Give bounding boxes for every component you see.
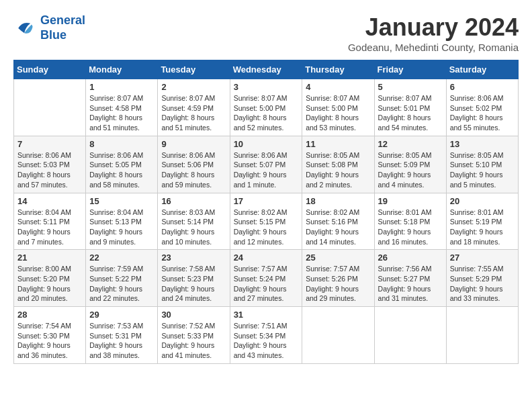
calendar-cell: 19Sunrise: 8:01 AMSunset: 5:18 PMDayligh… — [374, 193, 446, 250]
day-info: Sunrise: 8:05 AMSunset: 5:10 PMDaylight:… — [450, 150, 515, 190]
day-number: 7 — [17, 139, 82, 149]
day-info: Sunrise: 8:06 AMSunset: 5:06 PMDaylight:… — [161, 150, 226, 190]
day-info: Sunrise: 7:57 AMSunset: 5:26 PMDaylight:… — [306, 264, 370, 304]
day-number: 9 — [161, 139, 226, 149]
day-info: Sunrise: 7:55 AMSunset: 5:29 PMDaylight:… — [450, 264, 515, 304]
calendar-cell: 22Sunrise: 7:59 AMSunset: 5:22 PMDayligh… — [86, 250, 158, 307]
calendar-cell: 24Sunrise: 7:57 AMSunset: 5:24 PMDayligh… — [230, 250, 302, 307]
calendar-cell: 30Sunrise: 7:52 AMSunset: 5:33 PMDayligh… — [158, 307, 230, 364]
day-info: Sunrise: 8:01 AMSunset: 5:18 PMDaylight:… — [378, 208, 443, 247]
calendar-week-row: 14Sunrise: 8:04 AMSunset: 5:11 PMDayligh… — [14, 193, 519, 250]
calendar-cell: 16Sunrise: 8:03 AMSunset: 5:14 PMDayligh… — [158, 193, 230, 250]
calendar-week-row: 21Sunrise: 8:00 AMSunset: 5:20 PMDayligh… — [14, 250, 519, 307]
day-info: Sunrise: 8:05 AMSunset: 5:08 PMDaylight:… — [306, 150, 370, 190]
calendar-cell: 20Sunrise: 8:01 AMSunset: 5:19 PMDayligh… — [446, 193, 518, 250]
day-number: 19 — [378, 196, 443, 206]
day-info: Sunrise: 8:00 AMSunset: 5:20 PMDaylight:… — [17, 264, 82, 304]
calendar-cell — [446, 307, 518, 364]
day-info: Sunrise: 7:59 AMSunset: 5:22 PMDaylight:… — [89, 264, 154, 304]
calendar-cell: 10Sunrise: 8:06 AMSunset: 5:07 PMDayligh… — [230, 136, 302, 193]
day-info: Sunrise: 7:57 AMSunset: 5:24 PMDaylight:… — [234, 264, 299, 304]
page-header: General Blue January 2024 Godeanu, Mehed… — [13, 13, 519, 53]
day-info: Sunrise: 8:06 AMSunset: 5:05 PMDaylight:… — [89, 150, 154, 190]
day-info: Sunrise: 7:52 AMSunset: 5:33 PMDaylight:… — [161, 321, 226, 361]
day-number: 18 — [306, 196, 370, 206]
calendar-cell: 29Sunrise: 7:53 AMSunset: 5:31 PMDayligh… — [86, 307, 158, 364]
calendar-table: SundayMondayTuesdayWednesdayThursdayFrid… — [13, 60, 519, 364]
calendar-header-row: SundayMondayTuesdayWednesdayThursdayFrid… — [14, 60, 519, 79]
day-number: 29 — [89, 310, 154, 320]
calendar-cell: 1Sunrise: 8:07 AMSunset: 4:58 PMDaylight… — [86, 79, 158, 136]
day-info: Sunrise: 8:06 AMSunset: 5:07 PMDaylight:… — [234, 150, 299, 190]
day-info: Sunrise: 7:54 AMSunset: 5:30 PMDaylight:… — [17, 321, 82, 361]
logo-text: General Blue — [40, 13, 85, 42]
calendar-cell: 8Sunrise: 8:06 AMSunset: 5:05 PMDaylight… — [86, 136, 158, 193]
day-info: Sunrise: 8:07 AMSunset: 4:59 PMDaylight:… — [161, 93, 226, 133]
calendar-cell: 4Sunrise: 8:07 AMSunset: 5:00 PMDaylight… — [302, 79, 374, 136]
calendar-cell: 6Sunrise: 8:06 AMSunset: 5:02 PMDaylight… — [446, 79, 518, 136]
month-title: January 2024 — [348, 13, 519, 42]
day-number: 10 — [234, 139, 299, 149]
calendar-cell: 23Sunrise: 7:58 AMSunset: 5:23 PMDayligh… — [158, 250, 230, 307]
day-number: 26 — [378, 253, 443, 263]
calendar-week-row: 1Sunrise: 8:07 AMSunset: 4:58 PMDaylight… — [14, 79, 519, 136]
calendar-cell — [14, 79, 86, 136]
day-number: 1 — [89, 82, 154, 92]
day-number: 17 — [234, 196, 299, 206]
weekday-header: Tuesday — [158, 60, 230, 79]
weekday-header: Saturday — [446, 60, 518, 79]
day-info: Sunrise: 8:06 AMSunset: 5:02 PMDaylight:… — [450, 93, 515, 133]
calendar-week-row: 7Sunrise: 8:06 AMSunset: 5:03 PMDaylight… — [14, 136, 519, 193]
day-number: 13 — [450, 139, 515, 149]
day-number: 3 — [234, 82, 299, 92]
calendar-cell: 14Sunrise: 8:04 AMSunset: 5:11 PMDayligh… — [14, 193, 86, 250]
calendar-cell: 31Sunrise: 7:51 AMSunset: 5:34 PMDayligh… — [230, 307, 302, 364]
weekday-header: Sunday — [14, 60, 86, 79]
day-info: Sunrise: 8:01 AMSunset: 5:19 PMDaylight:… — [450, 208, 515, 247]
calendar-cell — [302, 307, 374, 364]
logo-icon — [13, 16, 38, 40]
day-info: Sunrise: 7:53 AMSunset: 5:31 PMDaylight:… — [89, 321, 154, 361]
day-info: Sunrise: 8:07 AMSunset: 5:00 PMDaylight:… — [234, 93, 299, 133]
weekday-header: Monday — [86, 60, 158, 79]
day-number: 16 — [161, 196, 226, 206]
day-number: 31 — [234, 310, 299, 320]
day-number: 25 — [306, 253, 370, 263]
title-block: January 2024 Godeanu, Mehedinti County, … — [348, 13, 519, 53]
day-info: Sunrise: 7:56 AMSunset: 5:27 PMDaylight:… — [378, 264, 443, 304]
calendar-cell — [374, 307, 446, 364]
calendar-cell: 17Sunrise: 8:02 AMSunset: 5:15 PMDayligh… — [230, 193, 302, 250]
calendar-cell: 28Sunrise: 7:54 AMSunset: 5:30 PMDayligh… — [14, 307, 86, 364]
calendar-cell: 5Sunrise: 8:07 AMSunset: 5:01 PMDaylight… — [374, 79, 446, 136]
calendar-cell: 25Sunrise: 7:57 AMSunset: 5:26 PMDayligh… — [302, 250, 374, 307]
logo: General Blue — [13, 13, 85, 42]
day-number: 22 — [89, 253, 154, 263]
day-number: 2 — [161, 82, 226, 92]
day-number: 24 — [234, 253, 299, 263]
day-info: Sunrise: 7:58 AMSunset: 5:23 PMDaylight:… — [161, 264, 226, 304]
day-number: 27 — [450, 253, 515, 263]
calendar-week-row: 28Sunrise: 7:54 AMSunset: 5:30 PMDayligh… — [14, 307, 519, 364]
day-number: 8 — [89, 139, 154, 149]
calendar-cell: 11Sunrise: 8:05 AMSunset: 5:08 PMDayligh… — [302, 136, 374, 193]
location: Godeanu, Mehedinti County, Romania — [348, 42, 519, 53]
weekday-header: Wednesday — [230, 60, 302, 79]
day-number: 4 — [306, 82, 370, 92]
weekday-header: Friday — [374, 60, 446, 79]
day-number: 12 — [378, 139, 443, 149]
calendar-cell: 12Sunrise: 8:05 AMSunset: 5:09 PMDayligh… — [374, 136, 446, 193]
calendar-cell: 3Sunrise: 8:07 AMSunset: 5:00 PMDaylight… — [230, 79, 302, 136]
day-info: Sunrise: 8:05 AMSunset: 5:09 PMDaylight:… — [378, 150, 443, 190]
day-info: Sunrise: 7:51 AMSunset: 5:34 PMDaylight:… — [234, 321, 299, 361]
calendar-cell: 26Sunrise: 7:56 AMSunset: 5:27 PMDayligh… — [374, 250, 446, 307]
day-number: 5 — [378, 82, 443, 92]
calendar-cell: 27Sunrise: 7:55 AMSunset: 5:29 PMDayligh… — [446, 250, 518, 307]
calendar-cell: 9Sunrise: 8:06 AMSunset: 5:06 PMDaylight… — [158, 136, 230, 193]
day-number: 6 — [450, 82, 515, 92]
day-info: Sunrise: 8:02 AMSunset: 5:15 PMDaylight:… — [234, 208, 299, 247]
calendar-cell: 21Sunrise: 8:00 AMSunset: 5:20 PMDayligh… — [14, 250, 86, 307]
day-number: 15 — [89, 196, 154, 206]
calendar-cell: 2Sunrise: 8:07 AMSunset: 4:59 PMDaylight… — [158, 79, 230, 136]
day-info: Sunrise: 8:04 AMSunset: 5:13 PMDaylight:… — [89, 208, 154, 247]
day-info: Sunrise: 8:07 AMSunset: 5:00 PMDaylight:… — [306, 93, 370, 133]
